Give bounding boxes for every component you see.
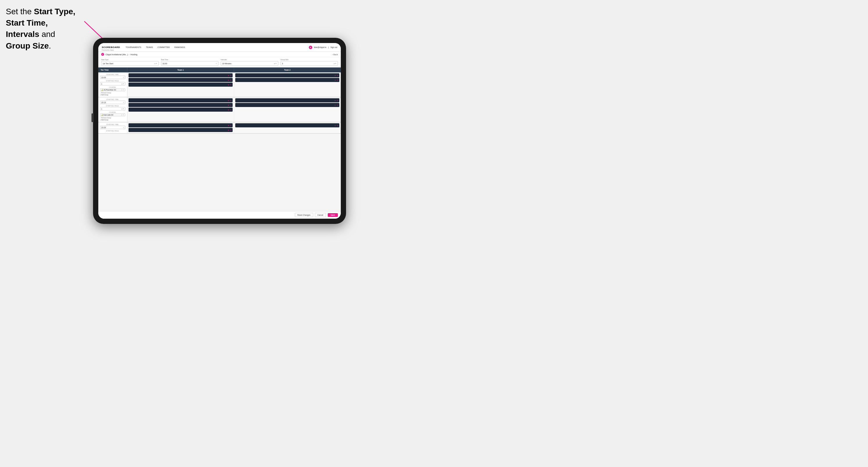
team2-cell-3: ✕ ✎ [234,122,341,133]
team2-player-edit-1[interactable]: ✎ [337,74,338,76]
intervals-value: 10 Minutes [222,63,231,65]
instruction-line1-normal: Set the [6,7,34,16]
time-spinner-2[interactable]: ⊙ [123,102,124,103]
back-button[interactable]: ‹ Back [332,54,338,56]
breadcrumb-tournament[interactable]: Clippd Invitational (Ma...) [105,54,128,56]
group-size-select[interactable]: 3 ▲▼ [281,61,338,66]
instruction-line3-normal: and [39,30,55,39]
course-edit-2[interactable]: ✎ [123,114,124,116]
team1-g2-player-edit-2[interactable]: ✎ [230,104,231,106]
remove-group-1[interactable]: ○ Remove Group [100,92,125,94]
team1-cell-3: ✕ ✎ ✕ ✎ [127,122,234,133]
breadcrumb-section: Hosting [130,54,137,56]
intervals-select[interactable]: 10 Minutes ▲▼ [221,61,278,66]
course-edit-1[interactable]: ✎ [123,89,124,91]
team1-player-actions-3: ✕ ✎ [228,84,231,86]
reset-changes-button[interactable]: Reset Changes [295,213,313,217]
team2-cell-1: ✕ ✎ ✕ ✎ [234,72,341,97]
nav-teams[interactable]: TEAMS [145,45,154,49]
team1-g3-player-x-2[interactable]: ✕ [228,129,229,131]
team2-g3-player-edit-1[interactable]: ✎ [337,124,338,126]
team2-g2-player-edit-2[interactable]: ✎ [337,104,338,106]
team1-player-x-2[interactable]: ✕ [228,79,229,81]
team1-player-edit-3[interactable]: ✎ [230,84,231,86]
save-button[interactable]: Save [328,213,338,217]
time-spinner-3[interactable]: ⊙ [123,127,124,128]
group-size-value: 3 [282,63,283,65]
team1-g2-player-edit-1[interactable]: ✎ [230,99,231,101]
nav-tournaments[interactable]: TOURNAMENTS [125,45,142,49]
starting-hole-label-1: STARTING HOLE: [100,80,125,82]
hole-spinner-1[interactable]: ▲▼ [121,83,124,85]
course-tag-2: ⛳ East Lake GC ✕ ✎ [100,114,125,116]
th-team2: Team 2 [234,67,341,72]
team1-g2-player-x-1[interactable]: ✕ [228,99,229,101]
remove-group-2[interactable]: ○ Remove Group [100,117,125,119]
cancel-button[interactable]: Cancel [315,213,326,217]
course-remove-2[interactable]: ✕ [121,114,122,116]
team1-g2-player-edit-3[interactable]: ✎ [230,109,231,111]
time-spinner-1[interactable]: ⊙ [123,77,124,78]
team2-g2-player-x-2[interactable]: ✕ [334,104,336,106]
remove-circle-icon-2: ○ [100,117,101,119]
team1-player-edit-1[interactable]: ✎ [230,74,231,76]
hole-spinner-2[interactable]: ▲▼ [121,108,124,110]
instruction-line1-bold: Start Type, [34,7,75,16]
team2-g2-player-x-1[interactable]: ✕ [334,99,336,101]
team2-player-edit-2[interactable]: ✎ [337,79,338,81]
starting-time-value-3[interactable]: 10:20 ⊙ [100,126,125,129]
starting-hole-value-1[interactable]: 1 ▲▼ [100,82,125,86]
tablet-screen: SCOREBOARD Powered by clippd TOURNAMENTS… [98,43,341,219]
team2-g3-player-x-1[interactable]: ✕ [334,124,336,126]
start-time-select[interactable]: 10:00 ⊙ [161,61,219,66]
start-type-value: 1st Tee Start [103,63,113,65]
starting-time-value-2[interactable]: 10:10 ⊙ [100,101,125,104]
bottom-bar: Reset Changes Cancel Save [98,211,341,219]
breadcrumb-bar: C Clippd Invitational (Ma...) › Hosting … [98,52,341,57]
team2-g2-player-edit-1[interactable]: ✎ [337,99,338,101]
course-label-1: COURSE: [100,86,125,88]
group-size-label: Group Size [281,59,338,61]
remove-circle-icon-1: ○ [100,92,101,94]
team2-g2-player-row-1: ✕ ✎ [235,98,339,102]
nav-rankings[interactable]: RANKINGS [174,45,186,49]
start-type-label: Start Type [101,59,159,61]
team1-g3-player-edit-2[interactable]: ✎ [230,129,231,131]
navbar: SCOREBOARD Powered by clippd TOURNAMENTS… [98,43,341,52]
team2-player-x-2[interactable]: ✕ [334,79,336,81]
team1-g3-player-edit-1[interactable]: ✎ [230,124,231,126]
team1-cell-2: ✕ ✎ ✕ ✎ ✕ [127,97,234,122]
team1-player-edit-2[interactable]: ✎ [230,79,231,81]
team1-player-row-2: ✕ ✎ [128,78,232,82]
course-remove-1[interactable]: ✕ [121,89,122,91]
start-type-select[interactable]: 1st Tee Start ▲▼ [101,61,159,66]
add-group-2[interactable]: + Add Group [100,119,125,121]
remove-add-links-2: ○ Remove Group + Add Group [100,117,125,121]
settings-row: Start Type 1st Tee Start ▲▼ Start Time 1… [98,57,341,67]
team1-g2-player-x-2[interactable]: ✕ [228,104,229,106]
team1-g3-player-x-1[interactable]: ✕ [228,124,229,126]
tee-group-2: STARTING TIME: 10:10 ⊙ STARTING HOLE: 1 … [98,97,341,122]
tablet-frame: SCOREBOARD Powered by clippd TOURNAMENTS… [93,38,346,224]
team1-player-x-3[interactable]: ✕ [228,84,229,86]
intervals-arrow-icon: ▲▼ [274,63,277,64]
team2-cell-2: ✕ ✎ ✕ ✎ [234,97,341,122]
team1-g2-player-row-2: ✕ ✎ [128,103,232,107]
team1-g3-player-row-1: ✕ ✎ [128,123,232,127]
team1-player-x-1[interactable]: ✕ [228,74,229,76]
course-label-2: COURSE: [100,112,125,113]
sign-out-link[interactable]: Sign out [330,46,337,48]
tee-group-1-side-panel: STARTING TIME: 10:00 ⊙ STARTING HOLE: 1 … [98,72,127,97]
add-group-1[interactable]: + Add Group [100,94,125,96]
starting-time-value-1[interactable]: 10:00 ⊙ [100,75,125,79]
tee-table: Tee Time Team 1 Team 2 STARTING TIME: 10… [98,67,341,211]
team1-player-actions-1: ✕ ✎ [228,74,231,76]
team2-player-x-1[interactable]: ✕ [334,74,336,76]
starting-time-label-1: STARTING TIME: [100,73,125,75]
team1-g2-player-x-3[interactable]: ✕ [228,109,229,111]
team2-player-actions-1: ✕ ✎ [334,74,338,76]
team2-player-row-1: ✕ ✎ [235,73,339,77]
nav-committee[interactable]: COMMITTEE [157,45,171,49]
group-size-group: Group Size 3 ▲▼ [281,59,338,66]
starting-hole-value-2[interactable]: 1 ▲▼ [100,107,125,111]
